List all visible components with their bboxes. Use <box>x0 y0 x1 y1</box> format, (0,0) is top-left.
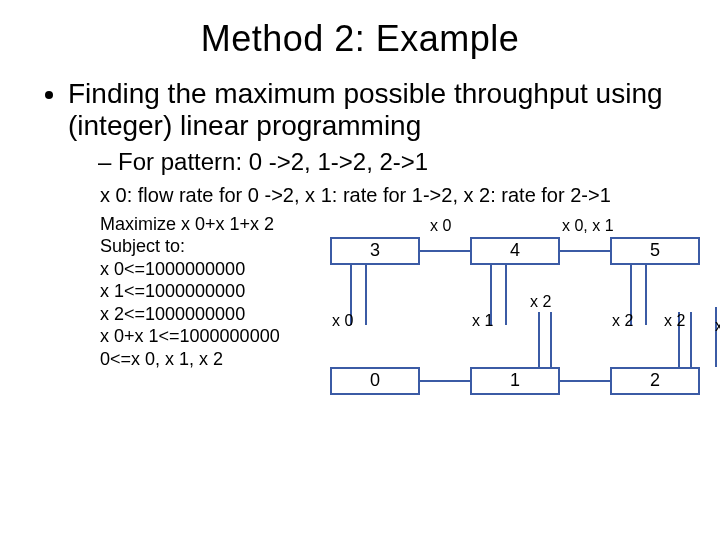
bullet-sub: For pattern: 0 ->2, 1->2, 2->1 <box>98 148 680 176</box>
slide-title: Method 2: Example <box>40 18 680 60</box>
bullet-list: Finding the maximum possible throughput … <box>40 78 680 176</box>
node-0: 0 <box>330 367 420 395</box>
link-1-2 <box>560 380 610 382</box>
stub-1d <box>550 312 552 367</box>
node-1: 1 <box>470 367 560 395</box>
label-bot-1a: x 2 <box>530 293 551 311</box>
bullet-sub-list: For pattern: 0 ->2, 1->2, 2->1 <box>68 148 680 176</box>
variable-definitions: x 0: flow rate for 0 ->2, x 1: rate for … <box>100 184 680 207</box>
link-0-1 <box>420 380 470 382</box>
bullet-main-text: Finding the maximum possible throughput … <box>68 78 663 141</box>
stub-5b <box>645 265 647 325</box>
slide: Method 2: Example Finding the maximum po… <box>0 0 720 540</box>
label-stub-3: x 0 <box>332 312 353 330</box>
lp-line: 0<=x 0, x 1, x 2 <box>100 348 320 371</box>
stub-1c <box>538 312 540 367</box>
lp-formulation: Maximize x 0+x 1+x 2 Subject to: x 0<=10… <box>100 213 320 407</box>
lp-line: x 1<=1000000000 <box>100 280 320 303</box>
label-link-45: x 0, x 1 <box>562 217 614 235</box>
network-diagram: 3 4 5 x 0 x 0, x 1 0 1 2 <box>320 217 680 407</box>
stub-4b <box>505 265 507 325</box>
node-5: 5 <box>610 237 700 265</box>
stub-2d <box>690 312 692 367</box>
lp-line: x 0+x 1<=1000000000 <box>100 325 320 348</box>
node-3: 3 <box>330 237 420 265</box>
lp-line: x 2<=1000000000 <box>100 303 320 326</box>
label-stub-4: x 1 <box>472 312 493 330</box>
bullet-main: Finding the maximum possible throughput … <box>68 78 680 176</box>
node-2: 2 <box>610 367 700 395</box>
stub-2e <box>715 307 717 367</box>
lp-line: Subject to: <box>100 235 320 258</box>
lp-line: Maximize x 0+x 1+x 2 <box>100 213 320 236</box>
label-bot-2b: x 0, x 1 <box>715 317 720 335</box>
lp-line: x 0<=1000000000 <box>100 258 320 281</box>
bottom-row: Maximize x 0+x 1+x 2 Subject to: x 0<=10… <box>100 213 680 407</box>
link-3-4 <box>420 250 470 252</box>
stub-3b <box>365 265 367 325</box>
label-link-34: x 0 <box>430 217 451 235</box>
link-4-5 <box>560 250 610 252</box>
node-4: 4 <box>470 237 560 265</box>
label-stub-5: x 2 <box>612 312 633 330</box>
label-bot-2a: x 2 <box>664 312 685 330</box>
